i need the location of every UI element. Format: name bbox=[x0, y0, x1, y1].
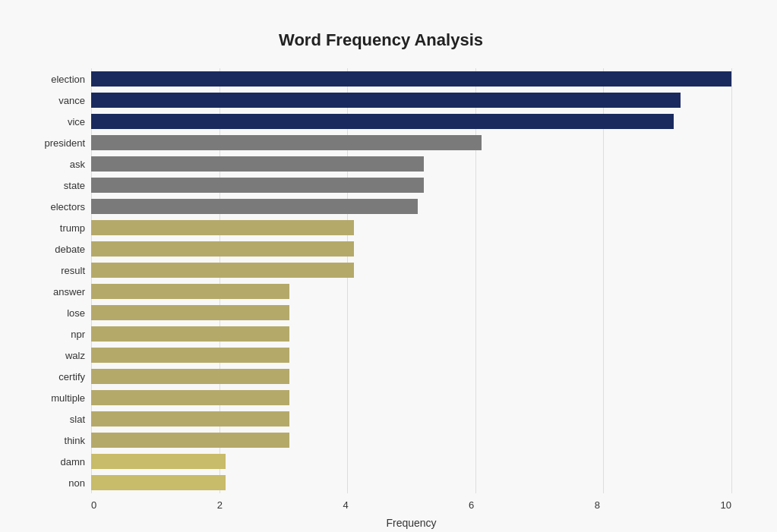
y-label: non bbox=[68, 472, 85, 493]
y-label: debate bbox=[55, 238, 85, 260]
y-label: answer bbox=[53, 281, 85, 302]
x-tick: 0 bbox=[91, 499, 96, 511]
x-axis-area: 0246810 Frequency bbox=[91, 499, 731, 529]
bar-row bbox=[91, 430, 731, 451]
y-label: state bbox=[64, 175, 85, 196]
x-tick: 10 bbox=[721, 499, 731, 511]
bar bbox=[91, 326, 289, 342]
y-label: president bbox=[45, 132, 85, 153]
y-axis-labels: electionvancevicepresidentaskstateelecto… bbox=[30, 68, 91, 529]
bars-area bbox=[91, 68, 731, 493]
bar bbox=[91, 390, 289, 405]
y-label: slat bbox=[70, 408, 85, 430]
bar-row bbox=[91, 153, 731, 175]
y-label: damn bbox=[60, 451, 85, 472]
bar bbox=[91, 305, 289, 320]
y-label: vance bbox=[58, 90, 85, 111]
bar-row bbox=[91, 68, 731, 90]
chart-area: electionvancevicepresidentaskstateelecto… bbox=[30, 68, 731, 529]
bar bbox=[91, 178, 424, 193]
y-label: think bbox=[65, 430, 85, 451]
bar-row bbox=[91, 260, 731, 281]
y-label: vice bbox=[68, 111, 85, 132]
y-label: walz bbox=[65, 345, 85, 366]
bar-row bbox=[91, 238, 731, 260]
bar bbox=[91, 263, 354, 278]
bar-row bbox=[91, 472, 731, 493]
bar bbox=[91, 369, 289, 384]
y-label: ask bbox=[70, 153, 85, 175]
grid-line bbox=[731, 68, 732, 493]
bar bbox=[91, 433, 289, 448]
y-label: lose bbox=[67, 302, 85, 323]
bar-row bbox=[91, 281, 731, 302]
bar-row bbox=[91, 387, 731, 408]
chart-title: Word Frequency Analysis bbox=[30, 30, 731, 50]
y-label: npr bbox=[71, 323, 85, 345]
bar-row bbox=[91, 111, 731, 132]
bar bbox=[91, 156, 424, 172]
bar-row bbox=[91, 366, 731, 387]
x-tick: 4 bbox=[343, 499, 348, 511]
bar bbox=[91, 411, 289, 427]
bar bbox=[91, 241, 354, 257]
y-label: result bbox=[61, 260, 85, 281]
bar bbox=[91, 71, 731, 87]
bar bbox=[91, 284, 289, 299]
y-label: multiple bbox=[51, 387, 85, 408]
bar-row bbox=[91, 132, 731, 153]
x-tick: 8 bbox=[595, 499, 600, 511]
bar-row bbox=[91, 345, 731, 366]
x-axis-label: Frequency bbox=[91, 517, 731, 529]
bar bbox=[91, 114, 674, 129]
bar bbox=[91, 348, 289, 363]
bar-row bbox=[91, 217, 731, 238]
bar bbox=[91, 475, 226, 490]
bar bbox=[91, 93, 681, 108]
bar bbox=[91, 220, 354, 235]
bars-and-x: 0246810 Frequency bbox=[91, 68, 731, 529]
bar-row bbox=[91, 175, 731, 196]
y-label: election bbox=[51, 68, 85, 90]
bar-row bbox=[91, 302, 731, 323]
bar-row bbox=[91, 90, 731, 111]
bar-row bbox=[91, 323, 731, 345]
y-label: certify bbox=[58, 366, 85, 387]
y-label: trump bbox=[60, 217, 85, 238]
x-axis-ticks: 0246810 bbox=[91, 499, 731, 511]
bar bbox=[91, 135, 482, 150]
bar bbox=[91, 454, 226, 469]
bar-row bbox=[91, 196, 731, 217]
chart-container: Word Frequency Analysis electionvancevic… bbox=[15, 15, 762, 532]
bar bbox=[91, 199, 418, 214]
bar-row bbox=[91, 451, 731, 472]
y-label: electors bbox=[50, 196, 85, 217]
x-tick: 2 bbox=[217, 499, 223, 511]
x-tick: 6 bbox=[469, 499, 474, 511]
bar-row bbox=[91, 408, 731, 430]
